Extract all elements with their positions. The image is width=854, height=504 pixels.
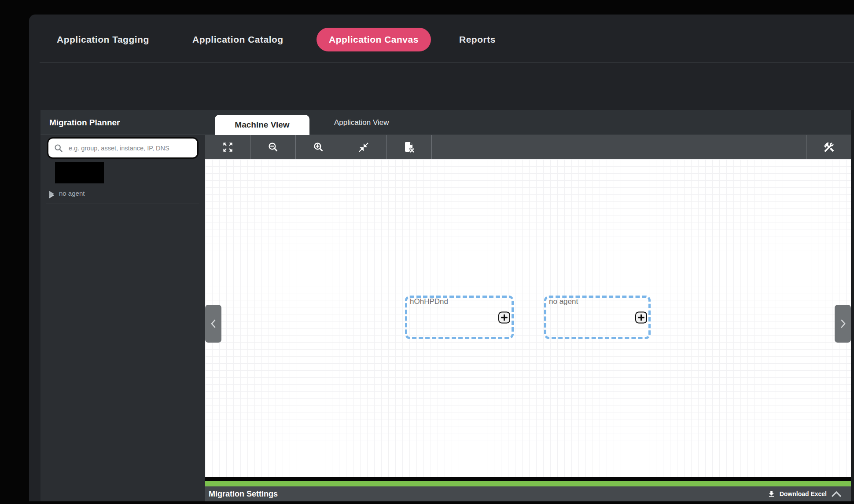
nav-application-tagging[interactable]: Application Tagging [57, 28, 149, 51]
sidebar-search [47, 137, 199, 159]
tab-application-view[interactable]: Application View [324, 110, 398, 135]
zoom-in-icon [313, 141, 324, 153]
canvas-bottom-gap [205, 477, 851, 481]
pan-left-tab[interactable] [205, 305, 221, 343]
tree-item-no-agent[interactable]: no agent [40, 184, 205, 204]
redacted-label [55, 162, 104, 183]
group-label: hOhHPDnd [410, 297, 448, 306]
add-to-group-button[interactable] [498, 311, 510, 323]
canvas-group[interactable]: hOhHPDnd [405, 296, 514, 339]
search-input[interactable] [68, 144, 192, 152]
remove-document-button[interactable] [387, 135, 432, 159]
search-icon [54, 143, 63, 153]
zoom-out-button[interactable] [250, 135, 296, 159]
tree-item-redacted[interactable] [40, 159, 205, 184]
add-to-group-button[interactable] [635, 311, 647, 323]
tools-icon [823, 141, 835, 153]
zoom-in-button[interactable] [296, 135, 341, 159]
right-edge-strip [851, 110, 854, 501]
migration-planner-sidebar: no agent [40, 135, 205, 501]
tab-machine-view[interactable]: Machine View [215, 115, 309, 135]
pan-right-tab[interactable] [835, 305, 851, 343]
header-strip: Migration Planner Machine View Applicati… [40, 110, 851, 135]
canvas-settings-button[interactable] [806, 135, 851, 159]
machine-canvas[interactable]: hOhHPDnd no agent [205, 159, 851, 477]
toolbar-spacer [432, 135, 806, 159]
nav-application-canvas[interactable]: Application Canvas [317, 28, 431, 51]
chevron-left-icon [209, 318, 218, 329]
download-icon[interactable] [767, 490, 776, 498]
expand-caret-icon[interactable] [49, 191, 54, 197]
canvas-group[interactable]: no agent [544, 296, 651, 339]
migration-settings-bar: Migration Settings Download Excel [205, 486, 851, 501]
collapse-panel-chevron-up-icon[interactable] [831, 490, 842, 497]
app-window: Application Tagging Application Catalog … [29, 15, 854, 501]
plus-icon [638, 314, 644, 321]
nav-reports[interactable]: Reports [459, 28, 496, 51]
chevron-right-icon [839, 318, 847, 329]
migration-settings-title: Migration Settings [209, 489, 278, 499]
group-label: no agent [549, 297, 578, 306]
green-accent-bar [205, 481, 851, 486]
nav-application-catalog[interactable]: Application Catalog [192, 28, 283, 51]
fit-to-screen-icon [222, 141, 234, 153]
remove-document-icon [402, 141, 416, 154]
tree-item-label: no agent [59, 190, 85, 197]
canvas-panel: hOhHPDnd no agent Migration Sett [205, 135, 851, 501]
canvas-toolbar [205, 135, 851, 159]
collapse-nodes-button[interactable] [341, 135, 387, 159]
fit-to-screen-button[interactable] [205, 135, 250, 159]
plus-icon [501, 314, 508, 321]
download-excel-button[interactable]: Download Excel [780, 490, 827, 497]
planner-title: Migration Planner [49, 110, 120, 135]
zoom-out-icon [267, 141, 279, 153]
nav-divider [40, 62, 854, 62]
divider [46, 204, 199, 204]
collapse-diagonal-icon [358, 142, 369, 153]
top-nav: Application Tagging Application Catalog … [29, 15, 854, 62]
